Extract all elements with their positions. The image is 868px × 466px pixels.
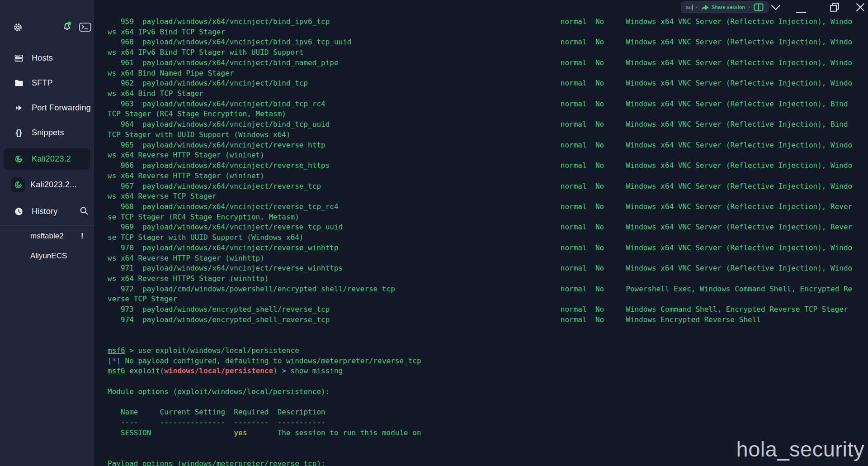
terminal-line: 964 payload/windows/x64/vncinject/bind_t…: [108, 119, 868, 130]
terminal-line: se TCP Stager (RC4 Stage Encryption, Met…: [108, 212, 868, 223]
close-icon[interactable]: [856, 3, 865, 14]
terminal-line: se TCP Stager with UUID Support (Windows…: [108, 233, 868, 243]
dot-separator: •: [696, 5, 698, 10]
terminal-line: [*] No payload configured, defaulting to…: [108, 356, 868, 366]
dot-separator: •: [748, 5, 750, 10]
kali-icon: [14, 154, 24, 164]
terminal-line: [108, 335, 868, 346]
terminal-line: ws x64 Bind TCP Stager: [108, 89, 868, 99]
terminal[interactable]: 959 payload/windows/x64/vncinject/bind_i…: [94, 17, 868, 466]
terminal-line: 963 payload/windows/x64/vncinject/bind_t…: [108, 99, 868, 109]
terminal-line: TCP Stager (RC4 Stage Encryption, Metasm…: [108, 109, 868, 119]
notification-dot: [67, 22, 71, 25]
terminal-line: 960 payload/windows/x64/vncinject/bind_i…: [108, 37, 868, 48]
search-icon[interactable]: [79, 206, 89, 216]
terminal-line: 961 payload/windows/x64/vncinject/bind_n…: [108, 58, 868, 68]
terminal-line: 965 payload/windows/x64/vncinject/revers…: [108, 140, 868, 151]
session-share-pill[interactable]: au • Share session •: [681, 1, 769, 13]
terminal-line: ws x64 Reverse HTTP Stager (wininet): [108, 150, 868, 161]
terminal-line: [108, 325, 868, 336]
terminal-line: ---- --------------- -------- ----------…: [108, 418, 868, 428]
sidebar-item-aliyunecs[interactable]: AliyunECS: [0, 248, 94, 264]
sidebar-item-msftable2[interactable]: msftable2 !: [0, 228, 94, 244]
terminal-line: ws x64 Bind Named Pipe Stager: [108, 68, 868, 79]
terminal-line: 967 payload/windows/x64/vncinject/revers…: [108, 181, 868, 192]
share-arrow-icon: [701, 4, 709, 11]
terminal-line: ws x64 IPv6 Bind TCP Stager with UUID Su…: [108, 48, 868, 58]
terminal-line: Name Current Setting Required Descriptio…: [108, 407, 868, 418]
kali-icon: [14, 180, 23, 190]
app-window: { "colors": { "sidebar_bg": "#202539", "…: [0, 0, 868, 466]
sidebar-item-sftp[interactable]: SFTP: [0, 71, 94, 95]
terminal-line: ws x64 Reverse TCP Stager: [108, 191, 868, 202]
forward-arrows-icon: [14, 103, 24, 113]
chevron-down-icon[interactable]: [771, 4, 781, 12]
session-search-input[interactable]: au: [686, 5, 693, 10]
terminal-line: 974 payload/windows/encrypted_shell_reve…: [108, 315, 868, 325]
terminal-line: ws x64 Reverse HTTPS Stager (winhttp): [108, 274, 868, 284]
gear-icon[interactable]: [13, 22, 23, 33]
servers-icon: [14, 53, 24, 63]
sidebar-item-label: Port Forwarding: [32, 103, 91, 113]
braces-icon: {}: [14, 128, 24, 138]
terminal-line: ws x64 Reverse HTTP Stager (winhttp): [108, 253, 868, 264]
sidebar-item-kali2023-2[interactable]: Kali2023.2: [4, 148, 90, 170]
clock-icon: [14, 207, 24, 216]
terminal-line: ws x64 Reverse HTTP Stager (wininet): [108, 171, 868, 181]
host-label: Kali2023.2...: [30, 180, 77, 190]
terminal-line: TCP Stager with UUID Support (Windows x6…: [108, 130, 868, 140]
text-caret: [692, 5, 693, 10]
terminal-line: 973 payload/windows/encrypted_shell/reve…: [108, 304, 868, 315]
sidebar-item-snippets[interactable]: {}Snippets: [0, 120, 94, 145]
terminal-line: msf6 exploit(windows/local/persistence) …: [108, 366, 868, 376]
sidebar: HostsSFTPPort Forwarding{}Snippets Kali2…: [0, 0, 94, 466]
minimize-icon[interactable]: [796, 7, 806, 15]
terminal-line: 962 payload/windows/x64/vncinject/bind_t…: [108, 78, 868, 89]
terminal-line: 969 payload/windows/x64/vncinject/revers…: [108, 222, 868, 233]
terminal-line: 970 payload/windows/x64/vncinject/revers…: [108, 243, 868, 253]
history-label: History: [32, 207, 57, 216]
sidebar-item-port-forwarding[interactable]: Port Forwarding: [0, 95, 94, 120]
host-icon-box: [11, 177, 25, 192]
alert-badge: !: [81, 232, 84, 241]
sidebar-nav: HostsSFTPPort Forwarding{}Snippets: [0, 46, 94, 145]
sidebar-divider: [0, 225, 94, 226]
restore-icon[interactable]: [830, 3, 839, 14]
sidebar-item-label: Hosts: [32, 53, 53, 63]
terminal-line: 959 payload/windows/x64/vncinject/bind_i…: [108, 17, 868, 27]
split-screen-icon[interactable]: [754, 3, 764, 11]
folder-icon: [14, 78, 24, 88]
terminal-line: [108, 376, 868, 387]
sidebar-item-hosts[interactable]: Hosts: [0, 46, 94, 71]
terminal-line: verse TCP Stager: [108, 294, 868, 304]
terminal-line: [108, 397, 868, 408]
terminal-line: 971 payload/windows/x64/vncinject/revers…: [108, 263, 868, 274]
terminal-line: 972 payload/cmd/windows/powershell/encry…: [108, 284, 868, 295]
terminal-line: msf6 > use exploit/windows/local/persist…: [108, 346, 868, 356]
sidebar-item-kali2023-2-2[interactable]: Kali2023.2...: [0, 174, 94, 195]
sidebar-item-label: Snippets: [32, 128, 64, 138]
terminal-icon[interactable]: [79, 23, 91, 32]
terminal-line: 968 payload/windows/x64/vncinject/revers…: [108, 202, 868, 212]
terminal-line: ws x64 IPv6 Bind TCP Stager: [108, 27, 868, 38]
share-session-button[interactable]: Share session: [701, 4, 745, 11]
share-session-label: Share session: [712, 5, 745, 10]
host-label: Kali2023.2: [32, 154, 71, 164]
terminal-line: 966 payload/windows/x64/vncinject/revers…: [108, 161, 868, 171]
bell-icon[interactable]: [61, 21, 72, 32]
sidebar-item-label: SFTP: [32, 78, 53, 88]
terminal-line: Module options (exploit/windows/local/pe…: [108, 387, 868, 397]
watermark: hola_security: [736, 437, 864, 461]
